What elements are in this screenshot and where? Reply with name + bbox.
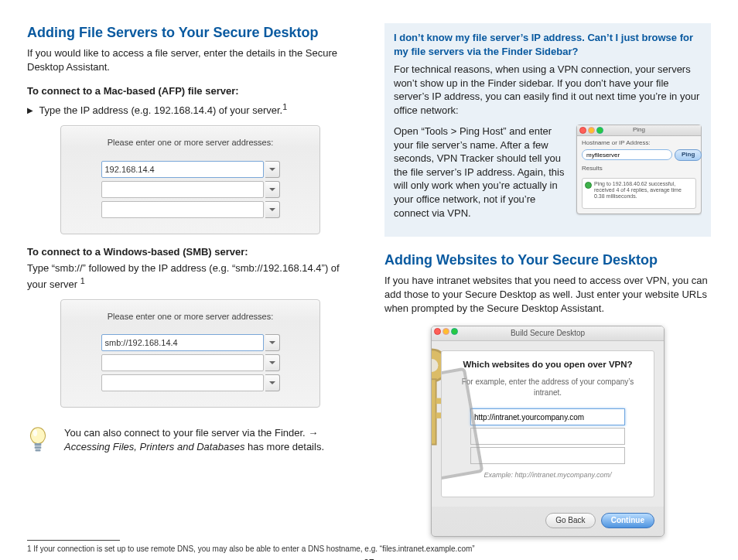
dropdown-chevron-icon[interactable] [265, 354, 280, 371]
callout-title: I don’t know my file server’s IP address… [394, 31, 702, 58]
ping-window-title: Ping [577, 125, 701, 136]
tip-text: You can also connect to your file server… [64, 426, 354, 453]
bsd-window-title: Build Secure Desktop [432, 326, 664, 341]
zoom-icon [596, 127, 603, 134]
websites-paragraph: If you have intranet websites that you n… [384, 274, 711, 315]
afp-address-input-3[interactable] [101, 201, 264, 218]
ping-result-box: Ping to 192.168.40.62 successful, receiv… [582, 178, 696, 209]
callout-paragraph-1: For technical reasons, when using a VPN … [394, 63, 702, 117]
ping-host-input[interactable] [582, 149, 672, 160]
smb-step-text: Type “smb://” followed by the IP address… [27, 262, 340, 290]
ping-window-screenshot: Ping Hostname or IP Address: Ping Result… [576, 125, 702, 214]
intro-file-servers: If you would like to access a file serve… [27, 46, 354, 73]
svg-point-1 [33, 430, 37, 437]
dropdown-chevron-icon[interactable] [265, 374, 280, 391]
continue-button[interactable]: Continue [601, 513, 654, 528]
lightbulb-icon [27, 426, 52, 463]
smb-address-input-1[interactable] [101, 334, 264, 351]
afp-step: ▶ Type the IP address (e.g. 192.168.14.4… [27, 101, 354, 118]
afp-address-input-2[interactable] [101, 181, 264, 198]
ping-field-label: Hostname or IP Address: [582, 139, 696, 148]
afp-address-panel: Please enter one or more server addresse… [60, 125, 320, 234]
smb-subhead: To connect to a Windows-based (SMB) serv… [27, 245, 354, 259]
heading-file-servers: Adding File Servers to Your Secure Deskt… [27, 23, 354, 42]
afp-footnote-ref: 1 [282, 102, 287, 111]
svg-rect-2 [35, 443, 42, 446]
success-dot-icon [585, 182, 592, 189]
bsd-url-input-3[interactable] [470, 447, 625, 464]
ping-results-label: Results [582, 165, 696, 173]
svg-rect-7 [431, 379, 436, 444]
build-secure-desktop-window: Build Secure Desktop Which websites do y… [431, 326, 665, 537]
svg-point-6 [431, 359, 438, 372]
afp-panel-label: Please enter one or more server addresse… [70, 137, 310, 149]
close-icon [434, 328, 441, 335]
traffic-light-icons [434, 328, 458, 335]
smb-address-panel: Please enter one or more server addresse… [60, 299, 320, 408]
svg-rect-4 [36, 449, 41, 452]
smb-step: Type “smb://” followed by the IP address… [27, 261, 354, 291]
afp-address-input-1[interactable] [101, 161, 264, 178]
smb-address-input-2[interactable] [101, 354, 264, 371]
bsd-url-input-1[interactable] [470, 408, 625, 425]
afp-step-text: Type the IP address (e.g. 192.168.14.4) … [39, 104, 282, 116]
bsd-hint: For example, enter the address of your c… [451, 377, 644, 398]
footnote-text: 1 If your connection is set up to use re… [27, 544, 711, 555]
footnote-rule [27, 540, 120, 541]
dropdown-chevron-icon[interactable] [265, 334, 280, 351]
zoom-icon [451, 328, 458, 335]
traffic-light-icons [579, 127, 603, 134]
svg-point-0 [30, 428, 45, 444]
ping-button[interactable]: Ping [675, 149, 702, 161]
afp-subhead: To connect to a Mac-based (AFP) file ser… [27, 84, 354, 98]
dropdown-chevron-icon[interactable] [265, 161, 280, 178]
dropdown-chevron-icon[interactable] [265, 201, 280, 218]
sidebar-callout: I don’t know my file server’s IP address… [384, 23, 711, 237]
svg-rect-3 [35, 447, 42, 449]
smb-address-input-3[interactable] [101, 374, 264, 391]
smb-panel-label: Please enter one or more server addresse… [70, 311, 310, 323]
close-icon [579, 127, 586, 134]
go-back-button[interactable]: Go Back [545, 513, 595, 528]
bsd-form-card: Which websites do you open over VPN? For… [441, 350, 654, 498]
minimize-icon [442, 328, 449, 335]
tip-block: You can also connect to your file server… [27, 426, 354, 463]
heading-websites: Adding Websites to Your Secure Desktop [384, 251, 711, 269]
minimize-icon [588, 127, 595, 134]
ping-result-text: Ping to 192.168.40.62 successful, receiv… [594, 181, 693, 200]
page-number: 27 [27, 557, 711, 560]
triangle-bullet-icon: ▶ [27, 105, 33, 116]
bsd-question: Which websites do you open over VPN? [451, 359, 644, 371]
dropdown-chevron-icon[interactable] [265, 181, 280, 198]
bsd-url-input-2[interactable] [470, 428, 625, 445]
smb-footnote-ref: 1 [80, 276, 85, 285]
